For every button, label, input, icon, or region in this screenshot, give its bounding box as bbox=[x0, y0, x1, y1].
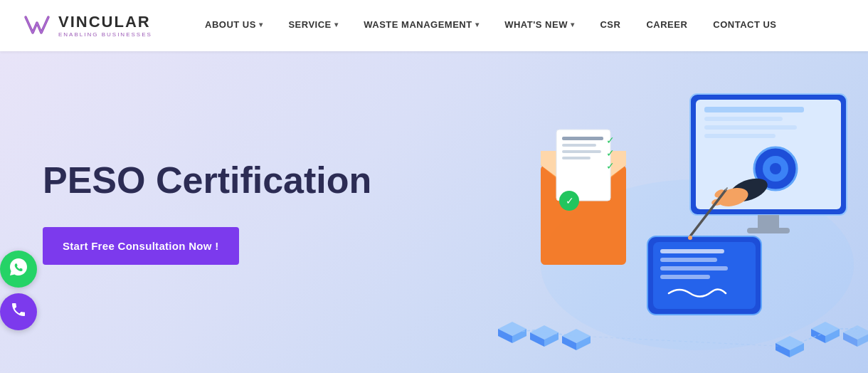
logo-icon bbox=[21, 10, 53, 41]
nav-links: ABOUT US ▾ SERVICE ▾ WASTE MANAGEMENT ▾ … bbox=[192, 0, 847, 51]
svg-rect-11 bbox=[747, 228, 790, 233]
nav-label-csr: CSR bbox=[600, 19, 620, 30]
chevron-down-icon: ▾ bbox=[571, 21, 575, 28]
svg-rect-20 bbox=[660, 249, 724, 253]
cta-button[interactable]: Start Free Consultation Now ! bbox=[43, 227, 239, 265]
nav-label-career: CAREER bbox=[646, 19, 687, 30]
svg-rect-31 bbox=[562, 150, 601, 153]
logo-brand-text: VINCULAR bbox=[58, 14, 152, 30]
chevron-down-icon: ▾ bbox=[259, 21, 263, 28]
svg-rect-5 bbox=[704, 125, 797, 130]
logo[interactable]: VINCULAR ENABLING BUSINESSES bbox=[21, 10, 164, 41]
navbar: VINCULAR ENABLING BUSINESSES ABOUT US ▾ … bbox=[0, 0, 868, 51]
phone-icon bbox=[10, 301, 27, 322]
nav-item-csr[interactable]: CSR bbox=[587, 0, 633, 51]
nav-item-service[interactable]: SERVICE ▾ bbox=[275, 0, 351, 51]
svg-rect-29 bbox=[562, 137, 603, 140]
whatsapp-float-button[interactable] bbox=[0, 251, 37, 288]
svg-rect-22 bbox=[660, 266, 728, 270]
svg-rect-10 bbox=[758, 215, 779, 229]
nav-item-career[interactable]: CAREER bbox=[633, 0, 700, 51]
hero-illustration: ✓ ✓ ✓ ✓ bbox=[427, 51, 868, 373]
phone-float-button[interactable] bbox=[0, 293, 37, 330]
nav-item-whatsnew[interactable]: WHAT'S NEW ▾ bbox=[492, 0, 587, 51]
nav-label-whatsnew: WHAT'S NEW bbox=[504, 19, 568, 30]
svg-rect-3 bbox=[704, 107, 804, 112]
whatsapp-icon bbox=[9, 257, 28, 281]
svg-text:✓: ✓ bbox=[606, 160, 615, 172]
svg-point-9 bbox=[770, 163, 781, 174]
chevron-down-icon: ▾ bbox=[334, 21, 339, 28]
hero-illustration-svg: ✓ ✓ ✓ ✓ bbox=[427, 51, 868, 373]
logo-text: VINCULAR ENABLING BUSINESSES bbox=[58, 14, 152, 38]
nav-label-about: ABOUT US bbox=[205, 19, 256, 30]
nav-item-contact[interactable]: CONTACT US bbox=[700, 0, 789, 51]
svg-text:✓: ✓ bbox=[606, 135, 615, 146]
nav-label-contact: CONTACT US bbox=[713, 19, 776, 30]
nav-label-waste: WASTE MANAGEMENT bbox=[364, 19, 472, 30]
nav-item-waste[interactable]: WASTE MANAGEMENT ▾ bbox=[351, 0, 492, 51]
nav-item-about[interactable]: ABOUT US ▾ bbox=[192, 0, 275, 51]
svg-rect-4 bbox=[704, 117, 783, 121]
hero-content: PESO Certification Start Free Consultati… bbox=[0, 159, 371, 266]
hero-section: PESO Certification Start Free Consultati… bbox=[0, 51, 868, 373]
svg-rect-32 bbox=[562, 157, 591, 159]
svg-text:✓: ✓ bbox=[606, 147, 615, 159]
hero-title: PESO Certification bbox=[43, 159, 371, 202]
svg-rect-6 bbox=[704, 134, 776, 138]
svg-point-24 bbox=[688, 236, 692, 240]
chevron-down-icon: ▾ bbox=[475, 21, 480, 28]
svg-rect-23 bbox=[660, 275, 710, 279]
logo-tagline-text: ENABLING BUSINESSES bbox=[58, 31, 152, 38]
svg-rect-30 bbox=[562, 144, 596, 147]
svg-text:✓: ✓ bbox=[566, 195, 574, 206]
svg-rect-21 bbox=[660, 258, 717, 262]
nav-label-service: SERVICE bbox=[288, 19, 331, 30]
